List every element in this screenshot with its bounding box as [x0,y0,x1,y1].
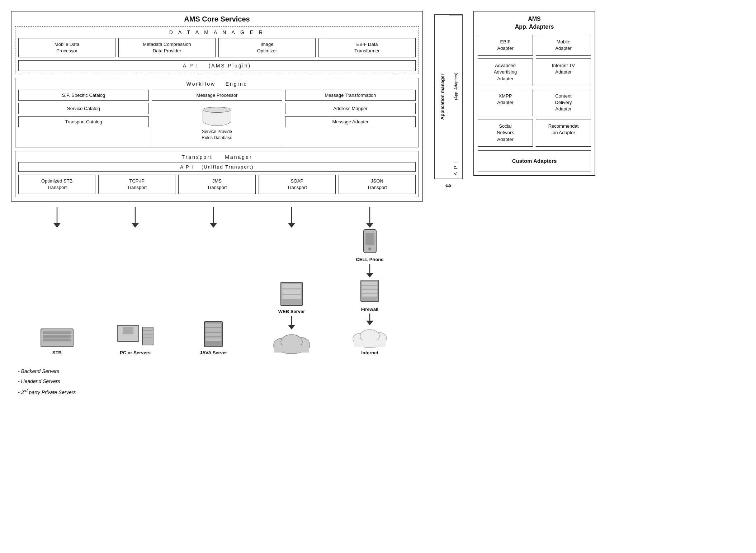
svg-rect-12 [43,335,71,338]
arrow-down-cell [364,207,375,228]
svg-rect-22 [205,328,221,332]
workflow-engine-box: Workflow Engine S.P. Specific Catalog Se… [15,78,419,147]
core-services-box: AMS Core Services D A T A M A N A G E R … [11,11,423,202]
address-mapper: Address Mapper [285,103,416,114]
svg-rect-37 [365,233,374,245]
xmpp-adapter: XMPPAdapter [478,89,533,117]
metadata-compression: Metadata CompressionData Provider [118,38,216,57]
svg-marker-40 [366,273,373,278]
bullet-list-area: - Backend Servers - Headend Servers - 3r… [18,366,423,397]
svg-rect-28 [282,295,301,299]
data-manager-title: D A T A M A N A G E R [18,29,416,35]
soap-transport: SOAPTransport [259,175,336,194]
device-web: WEB Server [263,280,320,355]
double-arrow-icon: ⇔ [445,181,452,190]
cell-phone-icon [362,228,378,255]
bullet-headend: - Headend Servers [18,376,423,386]
pc-label: PC or Servers [120,350,151,355]
bottom-section: STB PC or Servers [11,207,423,397]
stb-transport: Optimized STBTransport [18,175,95,194]
advanced-advertising-adapter: AdvancedAdvertisingAdapter [478,58,533,86]
device-cell: CELL Phone Firewall [341,228,398,355]
core-services-title: AMS Core Services [15,15,419,23]
svg-marker-5 [210,223,217,228]
svg-rect-26 [282,284,301,288]
app-adapters-label: (App. Adapters) [449,15,462,157]
app-manager-outer: Application manager (App. Adapters) A P … [434,14,463,179]
svg-rect-23 [205,333,221,336]
svg-rect-15 [123,327,133,334]
api-plugin-bar: A P I (AMS Plugin) [18,60,416,71]
arrow-down-stb [52,207,62,228]
arrow-web-to-cloud [286,316,297,330]
svg-rect-42 [362,282,377,285]
sp-specific-catalog: S.P. Specific Catalog [18,90,149,101]
application-manager-label: Application manager [435,15,449,179]
main-layout: AMS Core Services D A T A M A N A G E R … [11,11,745,202]
mobile-data-processor: Mobile DataProcessor [18,38,115,57]
svg-rect-16 [142,327,153,345]
message-transformation: Message Transformation [285,90,416,101]
workflow-col-middle: Message Processor Service ProvideRules D… [152,90,282,144]
db-label: Service ProvideRules Database [155,129,279,141]
social-network-adapter: SocialNetworkAdapter [478,119,533,147]
arrow-firewall-to-internet [364,313,375,326]
service-catalog: Service Catalog [18,103,149,114]
device-row: STB PC or Servers [18,228,409,355]
svg-point-38 [368,247,371,250]
internet-icon [350,326,389,349]
svg-rect-45 [362,294,377,297]
arrow-down-java [208,207,219,228]
workflow-col-right: Message Transformation Address Mapper Me… [285,90,416,144]
app-manager-area: Application manager (App. Adapters) A P … [430,11,466,190]
transport-manager-box: Transport Manager A P I (Unified Transpo… [15,151,419,197]
bullet-3rdparty: - 3rd party Private Servers [18,386,423,397]
svg-marker-30 [288,325,295,330]
arrows-row [18,207,409,228]
svg-rect-44 [362,290,377,293]
java-server-label: JAVA Server [200,350,227,355]
java-server-icon [201,320,226,349]
device-pc: PC or Servers [107,323,164,355]
adapters-title: AMSApp. Adapters [478,15,591,31]
workflow-title: Workflow Engine [18,81,416,87]
adapters-grid: EBIFAdapter MobileAdapter AdvancedAdvert… [478,35,591,147]
adapters-box: AMSApp. Adapters EBIFAdapter MobileAdapt… [473,11,595,176]
workflow-columns: S.P. Specific Catalog Service Catalog Tr… [18,90,416,144]
ebif-transformer: EBIF DataTransformer [318,38,416,57]
mobile-adapter: MobileAdapter [536,35,591,56]
svg-rect-13 [43,339,71,341]
firewall-icon [357,278,382,305]
content-delivery-adapter: ContentDeliveryAdapter [536,89,591,117]
svg-rect-21 [205,323,221,327]
device-stb: STB [28,327,86,355]
unified-transport-bar: A P I (Unified Transport) [18,162,416,172]
data-manager-box: D A T A M A N A G E R Mobile DataProcess… [15,26,419,74]
cell-phone-label: CELL Phone [356,257,383,262]
ebif-adapter: EBIFAdapter [478,35,533,56]
image-optimizer: ImageOptimizer [218,38,316,57]
web-server-icon [277,280,306,307]
svg-rect-27 [282,289,301,294]
device-java: JAVA Server [185,320,242,355]
bullet-backend: - Backend Servers [18,366,423,376]
transport-manager-title: Transport Manager [18,154,416,160]
svg-rect-24 [205,337,221,341]
dm-components-row: Mobile DataProcessor Metadata Compressio… [18,38,416,57]
arrow-col-java [185,207,242,228]
pc-icon [115,323,155,349]
stb-icon [39,327,75,349]
arrow-col-cell [341,207,398,228]
arrow-col-web [263,207,320,228]
custom-adapters: Custom Adapters [478,150,591,171]
message-adapter: Message Adapter [285,116,416,127]
svg-rect-52 [354,340,386,347]
web-server-label: WEB Server [278,309,305,314]
svg-rect-11 [43,331,71,334]
stb-label: STB [52,350,62,355]
db-cylinder [203,107,231,127]
internet-label: Internet [361,350,378,355]
arrow-cell-to-firewall [364,264,375,278]
app-manager-right-col: (App. Adapters) A P I [449,15,462,179]
svg-marker-7 [288,223,295,228]
